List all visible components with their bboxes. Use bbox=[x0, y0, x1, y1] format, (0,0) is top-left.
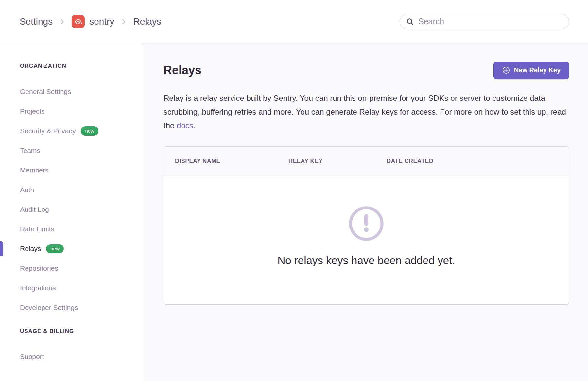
breadcrumb-organization[interactable]: sentry bbox=[72, 15, 114, 28]
sidebar-item-projects[interactable]: Projects bbox=[0, 101, 144, 121]
sidebar-item-label: Rate Limits bbox=[20, 225, 54, 233]
new-badge: new bbox=[81, 126, 98, 136]
sidebar-item-label: Members bbox=[20, 166, 49, 174]
docs-link[interactable]: docs bbox=[177, 121, 193, 130]
sidebar-item-relays[interactable]: Relays new bbox=[0, 239, 144, 259]
sentry-logo-icon bbox=[72, 15, 85, 28]
search-input[interactable] bbox=[418, 17, 563, 26]
sidebar-item-label: Auth bbox=[20, 186, 34, 194]
sidebar-item-repositories[interactable]: Repositories bbox=[0, 259, 144, 278]
search-box[interactable] bbox=[400, 14, 569, 29]
sidebar-item-support[interactable]: Support bbox=[0, 347, 144, 367]
settings-app: Settings sentry Relays bbox=[0, 0, 588, 381]
description-period: . bbox=[193, 121, 196, 130]
sidebar-item-label: Security & Privacy bbox=[20, 127, 76, 135]
relay-keys-table: DISPLAY NAME RELAY KEY DATE CREATED No r… bbox=[164, 146, 569, 305]
sidebar-item-members[interactable]: Members bbox=[0, 160, 144, 180]
relays-description: Relay is a relay service built by Sentry… bbox=[164, 91, 569, 133]
page-body: ORGANIZATION General Settings Projects S… bbox=[0, 43, 588, 381]
sidebar-item-label: Relays bbox=[20, 245, 41, 253]
exclamation-circle-icon bbox=[348, 205, 385, 242]
sidebar-item-label: Support bbox=[20, 353, 44, 361]
empty-state: No relays keys have been added yet. bbox=[164, 176, 569, 304]
column-header-display-name: DISPLAY NAME bbox=[175, 158, 288, 165]
sidebar-item-developer-settings[interactable]: Developer Settings bbox=[0, 298, 144, 318]
sidebar-item-integrations[interactable]: Integrations bbox=[0, 278, 144, 298]
search-icon bbox=[406, 17, 414, 26]
column-header-relay-key: RELAY KEY bbox=[288, 158, 387, 165]
sidebar-item-label: Teams bbox=[20, 147, 40, 154]
chevron-right-icon bbox=[120, 18, 127, 25]
column-header-date-created: DATE CREATED bbox=[387, 158, 569, 165]
breadcrumb-settings[interactable]: Settings bbox=[20, 16, 53, 27]
main-content: Relays New Relay Key Relay is a relay se… bbox=[144, 43, 588, 381]
top-header: Settings sentry Relays bbox=[0, 0, 588, 43]
table-header-row: DISPLAY NAME RELAY KEY DATE CREATED bbox=[164, 147, 569, 176]
description-text: Relay is a relay service built by Sentry… bbox=[164, 94, 566, 130]
settings-sidebar: ORGANIZATION General Settings Projects S… bbox=[0, 43, 144, 381]
new-relay-key-button[interactable]: New Relay Key bbox=[493, 62, 569, 79]
sidebar-section-organization: ORGANIZATION bbox=[0, 63, 144, 69]
sidebar-item-audit-log[interactable]: Audit Log bbox=[0, 200, 144, 219]
sidebar-item-rate-limits[interactable]: Rate Limits bbox=[0, 219, 144, 239]
sidebar-item-label: Repositories bbox=[20, 264, 58, 272]
new-badge: new bbox=[46, 244, 64, 253]
sidebar-item-teams[interactable]: Teams bbox=[0, 141, 144, 160]
empty-state-message: No relays keys have been added yet. bbox=[277, 254, 455, 267]
breadcrumb: Settings sentry Relays bbox=[20, 15, 161, 28]
sidebar-item-general-settings[interactable]: General Settings bbox=[0, 82, 144, 101]
sidebar-section-gap bbox=[0, 318, 144, 328]
breadcrumb-current-page[interactable]: Relays bbox=[133, 16, 161, 27]
sidebar-item-label: Developer Settings bbox=[20, 304, 78, 312]
plus-circle-icon bbox=[502, 66, 510, 74]
sidebar-item-label: Audit Log bbox=[20, 206, 49, 213]
page-title: Relays bbox=[164, 64, 201, 77]
main-header: Relays New Relay Key bbox=[164, 62, 569, 79]
sidebar-item-label: Projects bbox=[20, 107, 45, 115]
sidebar-item-label: Integrations bbox=[20, 284, 56, 292]
new-relay-key-label: New Relay Key bbox=[514, 66, 561, 74]
breadcrumb-org-label: sentry bbox=[89, 16, 114, 27]
sidebar-item-security-privacy[interactable]: Security & Privacy new bbox=[0, 121, 144, 141]
sidebar-item-auth[interactable]: Auth bbox=[0, 180, 144, 200]
sidebar-item-label: General Settings bbox=[20, 88, 71, 96]
chevron-right-icon bbox=[59, 18, 66, 25]
sidebar-section-usage-billing: USAGE & BILLING bbox=[0, 328, 144, 335]
